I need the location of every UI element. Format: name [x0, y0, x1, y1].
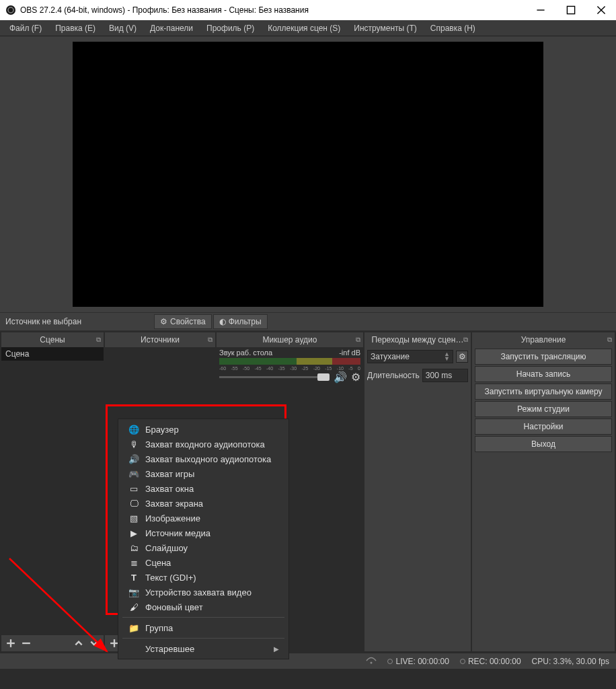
svg-point-0 [6, 5, 15, 15]
cpu-status: CPU: 3.3%, 30.00 fps [532, 657, 609, 666]
popout-icon[interactable]: ⧉ [463, 336, 468, 344]
statusbar: LIVE: 00:00:00 REC: 00:00:00 CPU: 3.3%, … [0, 653, 616, 669]
properties-label: Свойства [170, 317, 206, 326]
live-indicator-icon [387, 659, 393, 664]
duration-input[interactable]: 300 ms [422, 369, 468, 382]
image-icon: ▧ [128, 513, 140, 523]
cm-game-capture[interactable]: 🎮Захват игры [118, 466, 288, 481]
maximize-button[interactable] [555, 0, 586, 20]
no-source-label: Источник не выбран [3, 317, 154, 326]
minimize-button[interactable] [525, 0, 555, 20]
studio-mode-button[interactable]: Режим студии [475, 401, 612, 417]
controls-dock: Управление⧉ Запустить трансляцию Начать … [472, 332, 615, 651]
rec-indicator-icon [460, 659, 465, 664]
text-icon: T [128, 573, 140, 583]
filters-icon: ◐ [219, 317, 226, 326]
rec-status: REC: 00:00:00 [468, 657, 521, 666]
settings-button[interactable]: Настройки [475, 419, 612, 435]
connection-icon [366, 656, 377, 666]
menu-separator [122, 638, 284, 639]
camera-icon: 📷 [128, 587, 140, 597]
transition-selected: Затухание [371, 352, 410, 361]
cm-slideshow[interactable]: 🗂Слайдшоу [118, 540, 288, 555]
cm-image[interactable]: ▧Изображение [118, 511, 288, 525]
preview-canvas[interactable] [73, 42, 543, 307]
cm-audio-output[interactable]: 🔊Захват выходного аудиопотока [118, 451, 288, 466]
transition-select[interactable]: Затухание ▲▼ [367, 350, 453, 363]
slideshow-icon: 🗂 [128, 543, 140, 553]
menu-view[interactable]: Вид (V) [102, 22, 143, 35]
controls-title: Управление [521, 335, 566, 344]
gamepad-icon: 🎮 [128, 469, 140, 479]
window-icon: ▭ [128, 484, 140, 494]
popout-icon[interactable]: ⧉ [356, 336, 360, 344]
start-stream-button[interactable]: Запустить трансляцию [475, 349, 612, 365]
menu-scene-collection[interactable]: Коллекция сцен (S) [261, 22, 347, 35]
menu-separator [122, 617, 284, 618]
menu-tools[interactable]: Инструменты (T) [347, 22, 423, 35]
chevron-updown-icon: ▲▼ [444, 352, 450, 361]
svg-rect-3 [567, 6, 574, 13]
chevron-right-icon: ▶ [274, 645, 279, 653]
mic-icon: 🎙 [128, 439, 140, 449]
cm-video-capture[interactable]: 📷Устройство захвата видео [118, 585, 288, 600]
scenes-remove-button[interactable] [20, 637, 33, 650]
popout-icon[interactable]: ⧉ [208, 336, 213, 344]
speaker-icon[interactable]: 🔊 [334, 371, 347, 384]
scene-item[interactable]: Сцена [1, 347, 104, 361]
cm-display-capture[interactable]: 🖵Захват экрана [118, 496, 288, 511]
cm-browser[interactable]: 🌐Браузер [118, 422, 288, 437]
scenes-down-button[interactable] [87, 637, 101, 650]
scenes-title: Сцены [40, 335, 65, 344]
menu-edit[interactable]: Правка (E) [48, 22, 102, 35]
folder-icon: 📁 [128, 623, 140, 633]
cm-text[interactable]: TТекст (GDI+) [118, 570, 288, 585]
duration-label: Длительность [367, 371, 420, 380]
menu-docks[interactable]: Док-панели [143, 22, 200, 35]
globe-icon: 🌐 [128, 425, 140, 435]
list-icon: ≣ [128, 558, 140, 568]
popout-icon[interactable]: ⧉ [96, 336, 101, 344]
preview-area [0, 36, 616, 312]
cm-group[interactable]: 📁Группа [118, 620, 288, 635]
cm-window-capture[interactable]: ▭Захват окна [118, 481, 288, 496]
monitor-icon: 🖵 [128, 499, 140, 509]
cm-media-source[interactable]: ▶Источник медиа [118, 525, 288, 540]
speaker-icon: 🔊 [128, 454, 140, 464]
source-toolbar: Источник не выбран ⚙ Свойства ◐ Фильтры [0, 312, 616, 331]
transition-gear-button[interactable]: ⚙ [456, 351, 468, 363]
volume-slider[interactable] [219, 376, 330, 378]
filters-label: Фильтры [229, 317, 262, 326]
cm-color-source[interactable]: 🖌Фоновый цвет [118, 600, 288, 614]
start-virtualcam-button[interactable]: Запустить виртуальную камеру [475, 384, 612, 400]
cm-deprecated[interactable]: Устаревшее▶ [118, 641, 288, 656]
window-title: OBS 27.2.4 (64-bit, windows) - Профиль: … [20, 5, 525, 15]
live-status: LIVE: 00:00:00 [395, 657, 449, 666]
transitions-dock: Переходы между сцен…⧉ Затухание ▲▼ ⚙ Дли… [364, 332, 471, 651]
play-icon: ▶ [128, 528, 140, 538]
menu-help[interactable]: Справка (H) [424, 22, 482, 35]
mixer-title: Микшер аудио [263, 335, 317, 344]
gear-icon: ⚙ [160, 317, 167, 326]
svg-point-12 [371, 662, 373, 664]
close-button[interactable] [586, 0, 616, 20]
scenes-add-button[interactable] [4, 637, 17, 650]
scenes-up-button[interactable] [72, 637, 85, 650]
filters-button[interactable]: ◐ Фильтры [213, 314, 268, 329]
transitions-title: Переходы между сцен… [372, 335, 464, 344]
properties-button[interactable]: ⚙ Свойства [154, 314, 212, 329]
popout-icon[interactable]: ⧉ [607, 336, 612, 344]
mixer-channel-name: Звук раб. стола [219, 349, 272, 357]
start-record-button[interactable]: Начать запись [475, 366, 612, 382]
menu-profile[interactable]: Профиль (P) [200, 22, 261, 35]
gear-icon[interactable]: ⚙ [351, 371, 360, 384]
app-icon [5, 5, 16, 15]
cm-audio-input[interactable]: 🎙Захват входного аудиопотока [118, 437, 288, 451]
mixer-channel-level: -inf dB [339, 349, 360, 357]
menu-file[interactable]: Файл (F) [3, 22, 48, 35]
titlebar: OBS 27.2.4 (64-bit, windows) - Профиль: … [0, 0, 616, 20]
audio-meter [219, 358, 360, 365]
exit-button[interactable]: Выход [475, 436, 612, 452]
cm-scene[interactable]: ≣Сцена [118, 555, 288, 570]
mixer-channel: Звук раб. стола -inf dB -60-55-50-45-40-… [217, 347, 363, 384]
